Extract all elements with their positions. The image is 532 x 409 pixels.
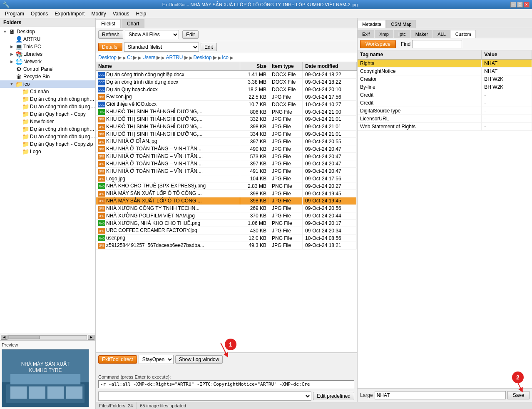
menu-item-help[interactable]: Help — [133, 10, 150, 17]
table-row[interactable]: JPGNHÀ MÁY SẢN XUẤT LỐP Ô TÔ CÔNG ...398… — [96, 197, 357, 205]
col-value[interactable]: Value — [482, 50, 532, 59]
folder-tree-item-8[interactable]: 📁Cá nhân — [0, 88, 95, 95]
find-input[interactable] — [412, 40, 462, 48]
table-row[interactable]: JPGURC COFFEE CREAMER FACTORY.jpg430 KBJ… — [96, 227, 357, 234]
menu-item-modify[interactable]: Modify — [88, 10, 109, 17]
save-button[interactable]: Save — [507, 391, 530, 399]
table-row[interactable]: JPGKHU NHÀ Ở TOÀN THẮNG – VĨNH TÂN....49… — [96, 167, 357, 175]
table-row[interactable]: JPGKHU NHÀ Ở DĨ AN.jpg397 KBJPG File09-O… — [96, 138, 357, 145]
table-row[interactable]: DOCGiới thiệu về ICO.docx10.7 KBDOCX Fil… — [96, 101, 357, 108]
edit2-button[interactable]: Edit — [201, 43, 217, 51]
tab-iptc[interactable]: Iptc — [394, 30, 410, 38]
meta-row-0[interactable]: RightsNHAT — [358, 59, 532, 67]
folder-tree-item-1[interactable]: 👤ARTRU — [0, 35, 95, 43]
folder-tree-item-16[interactable]: 📁Logo — [0, 148, 95, 155]
tab-chart[interactable]: Chart — [122, 19, 144, 28]
large-value-input[interactable] — [375, 391, 506, 399]
show-files-select[interactable]: Show All Files — [125, 30, 179, 39]
breadcrumb-arrow-artru[interactable]: ▶ — [162, 55, 165, 60]
show-log-button[interactable]: Show Log window — [175, 355, 223, 364]
folder-tree-item-10[interactable]: 📁Dự án công trình dân dụng - C — [0, 103, 95, 110]
folder-tree-item-4[interactable]: ▶🌐Network — [0, 58, 95, 65]
table-row[interactable]: JPGKHU NHÀ Ở TOÀN THẮNG – VĨNH TÂN....57… — [96, 153, 357, 160]
tab-filelist[interactable]: Filelist — [96, 19, 121, 28]
details-button[interactable]: Details: — [98, 43, 122, 51]
table-row[interactable]: PNGuser.png12.0 KBPNG File10-Oct-24 08:5… — [96, 234, 357, 242]
table-row[interactable]: JPGLogo.jpg104 KBJPG File09-Oct-24 17:56 — [96, 175, 357, 182]
command-input[interactable] — [98, 380, 354, 388]
filelist-type-select[interactable]: Standard filelist — [124, 42, 199, 52]
col-name[interactable]: Name — [96, 62, 240, 71]
predefined-select[interactable] — [98, 392, 311, 401]
scroll-right-button[interactable]: ▶ — [88, 335, 94, 340]
meta-row-3[interactable]: By-lineBH W2K — [358, 83, 532, 91]
meta-row-4[interactable]: Credit- — [358, 91, 532, 99]
breadcrumb-c[interactable]: C: — [127, 55, 132, 60]
folder-tree-item-14[interactable]: 📁Dự án công trình dân dụng - C — [0, 133, 95, 140]
menu-item-options[interactable]: Options — [27, 10, 51, 17]
breadcrumb-arrow-end[interactable]: ▶ — [230, 55, 234, 60]
folder-scrollbar[interactable]: ◀ ▶ — [0, 334, 95, 340]
col-tagname[interactable]: Tag name — [358, 50, 482, 59]
table-row[interactable]: PNGNHÀ XƯỞNG, NHÀ KHO CHO THUÊ.png1.06 M… — [96, 219, 357, 227]
menu-item-program[interactable]: Program — [2, 10, 27, 17]
table-row[interactable]: JPGNHÀ XƯỞNG POLIFILM VIỆT NAM.jpg370 KB… — [96, 212, 357, 219]
folder-tree-item-5[interactable]: ⚙Control Panel — [0, 65, 95, 73]
tab-xmp[interactable]: Xmp — [375, 30, 393, 38]
col-size[interactable]: Size — [240, 62, 269, 71]
folder-tree-item-6[interactable]: 🗑Recycle Bin — [0, 73, 95, 80]
table-row[interactable]: JPGKHU ĐÔ THỊ SINH THÁI-NGHỈ DƯỠNG,...39… — [96, 123, 357, 130]
folder-tree-item-11[interactable]: 📁Dự án Quy hoạch - Copy — [0, 110, 95, 118]
meta-row-1[interactable]: CopyrightNoticeNHAT — [358, 67, 532, 75]
tab-metadata[interactable]: Metadata — [358, 20, 386, 28]
breadcrumb-artru[interactable]: ARTRU — [166, 55, 183, 60]
breadcrumb-ico[interactable]: ico — [222, 55, 229, 60]
breadcrumb-arrow-desktop2[interactable]: ▶ — [189, 55, 193, 60]
table-row[interactable]: JPGKHU ĐÔ THỊ SINH THÁI-NGHỈ DƯỠNG,...33… — [96, 115, 357, 123]
tab-osm-map[interactable]: OSM Map — [386, 20, 416, 28]
stay-open-select[interactable]: StayOpen — [139, 355, 174, 364]
folder-tree-item-2[interactable]: ▶💻This PC — [0, 43, 95, 50]
edit-predefined-button[interactable]: Edit predefined — [313, 392, 354, 400]
meta-row-7[interactable]: LicensorURL- — [358, 115, 532, 123]
table-row[interactable]: DOCDự án công trình công nghiệp.docx1.41… — [96, 71, 357, 78]
breadcrumb-arrow-users[interactable]: ▶ — [138, 55, 142, 60]
folder-tree-item-13[interactable]: 📁Dự án công trình công nghiệp — [0, 125, 95, 133]
table-row[interactable]: JPGz5912584491257_567daceab6ee27badba...… — [96, 242, 357, 249]
meta-row-8[interactable]: Web Statement of Rights- — [358, 123, 532, 131]
meta-row-2[interactable]: CreatorBH W2K — [358, 75, 532, 83]
exiftool-direct-button[interactable]: ExifTool direct — [98, 355, 137, 364]
meta-row-5[interactable]: Credit- — [358, 99, 532, 107]
edit-button[interactable]: Edit — [182, 30, 199, 39]
folder-tree-item-15[interactable]: 📁Dự án Quy hoạch - Copy.zip — [0, 140, 95, 148]
refresh-button[interactable]: Refresh — [98, 30, 123, 39]
table-row[interactable]: JPGFavicon.jpg22.5 KBJPG File09-Oct-24 1… — [96, 93, 357, 101]
table-row[interactable]: JPGKHU ĐÔ THỊ SINH THÁI-NGHỈ DƯỠNG,...33… — [96, 130, 357, 138]
col-modified[interactable]: Date modified — [303, 62, 357, 71]
menu-item-various[interactable]: Various — [109, 10, 133, 17]
table-row[interactable]: JPGKHU NHÀ Ở TOÀN THẮNG – VĨNH TÂN....39… — [96, 160, 357, 167]
folder-tree-item-3[interactable]: ▶📚Libraries — [0, 50, 95, 58]
table-row[interactable]: PNGNHÀ KHO CHO THUÊ (SPX EXPRESS).png2.8… — [96, 182, 357, 190]
table-row[interactable]: JPGNHÀ MÁY SẢN XUẤT LỐP Ô TÔ CÔNG ...398… — [96, 190, 357, 197]
table-row[interactable]: DOCDự án công trình dân dụng.docx3.38 MB… — [96, 78, 357, 86]
table-row[interactable]: DOCDự án Quy hoạch.docx18.2 MBDOCX File0… — [96, 86, 357, 93]
close-button[interactable]: ✕ — [524, 2, 530, 7]
meta-row-6[interactable]: DigitalSourceType- — [358, 107, 532, 115]
breadcrumb-users[interactable]: Users — [142, 55, 155, 60]
folder-tree-item-9[interactable]: 📁Dự án công trình công nghiệp — [0, 95, 95, 103]
tab-custom[interactable]: Custom — [451, 30, 476, 38]
breadcrumb-desktop[interactable]: Desktop — [98, 55, 117, 60]
maximize-button[interactable]: □ — [517, 2, 523, 7]
col-type[interactable]: Item type — [269, 62, 303, 71]
table-row[interactable]: PNGKHU ĐÔ THỊ SINH THÁI-NGHỈ DƯỠNG,...80… — [96, 108, 357, 116]
breadcrumb-desktop2[interactable]: Desktop — [194, 55, 212, 60]
table-row[interactable]: JPGKHU NHÀ Ở TOÀN THẮNG – VĨNH TÂN....49… — [96, 145, 357, 153]
tab-exif[interactable]: Exif — [358, 30, 374, 38]
tab-maker[interactable]: Maker — [411, 30, 433, 38]
tab-all[interactable]: ALL — [433, 30, 450, 38]
workspace-button[interactable]: Workspace — [360, 40, 396, 48]
table-row[interactable]: JPGNHÀ XƯỞNG CÔNG TY TNHH TECHN...269 KB… — [96, 204, 357, 212]
breadcrumb-arrow-c[interactable]: ▶ — [123, 55, 126, 60]
breadcrumb-arrow-ico[interactable]: ▶ — [218, 55, 221, 60]
